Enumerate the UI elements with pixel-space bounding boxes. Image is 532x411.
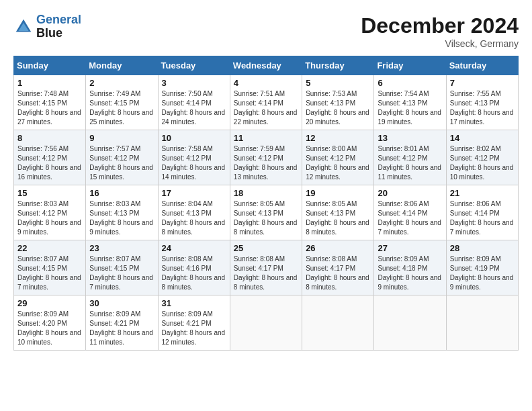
week-row-4: 22Sunrise: 8:07 AMSunset: 4:15 PMDayligh… <box>14 240 519 295</box>
day-info: Sunrise: 8:01 AMSunset: 4:12 PMDaylight:… <box>378 144 442 182</box>
day-info: Sunrise: 8:04 AMSunset: 4:13 PMDaylight:… <box>162 199 226 237</box>
weekday-header-saturday: Saturday <box>446 56 518 75</box>
day-number: 21 <box>450 188 515 198</box>
calendar-cell: 18Sunrise: 8:05 AMSunset: 4:13 PMDayligh… <box>230 185 302 240</box>
weekday-header-wednesday: Wednesday <box>230 56 302 75</box>
calendar-cell: 15Sunrise: 8:03 AMSunset: 4:12 PMDayligh… <box>14 185 86 240</box>
calendar-cell <box>446 295 518 351</box>
calendar-cell: 4Sunrise: 7:51 AMSunset: 4:14 PMDaylight… <box>230 75 302 130</box>
calendar-cell: 9Sunrise: 7:57 AMSunset: 4:12 PMDaylight… <box>86 130 158 185</box>
calendar-cell <box>230 295 302 351</box>
week-row-1: 1Sunrise: 7:48 AMSunset: 4:15 PMDaylight… <box>14 75 519 130</box>
logo-icon <box>13 17 34 37</box>
day-info: Sunrise: 8:09 AMSunset: 4:21 PMDaylight:… <box>162 310 226 347</box>
day-number: 25 <box>234 243 298 253</box>
weekday-header-sunday: Sunday <box>14 56 86 75</box>
week-row-5: 29Sunrise: 8:09 AMSunset: 4:20 PMDayligh… <box>14 295 519 351</box>
calendar-cell: 11Sunrise: 7:59 AMSunset: 4:12 PMDayligh… <box>230 130 302 185</box>
day-number: 6 <box>378 78 442 88</box>
weekday-header-row: SundayMondayTuesdayWednesdayThursdayFrid… <box>14 56 519 75</box>
day-info: Sunrise: 8:08 AMSunset: 4:17 PMDaylight:… <box>306 255 370 292</box>
day-number: 4 <box>234 78 298 88</box>
day-number: 1 <box>17 78 82 88</box>
calendar-cell: 3Sunrise: 7:50 AMSunset: 4:14 PMDaylight… <box>158 75 230 130</box>
calendar-cell: 19Sunrise: 8:05 AMSunset: 4:13 PMDayligh… <box>302 185 374 240</box>
day-info: Sunrise: 7:57 AMSunset: 4:12 PMDaylight:… <box>89 144 154 182</box>
calendar-cell: 13Sunrise: 8:01 AMSunset: 4:12 PMDayligh… <box>374 130 446 185</box>
calendar-cell: 31Sunrise: 8:09 AMSunset: 4:21 PMDayligh… <box>158 295 230 351</box>
logo-text: General Blue <box>36 13 81 40</box>
day-info: Sunrise: 7:54 AMSunset: 4:13 PMDaylight:… <box>378 89 442 127</box>
weekday-header-friday: Friday <box>374 56 446 75</box>
day-number: 30 <box>89 298 154 308</box>
calendar-cell: 21Sunrise: 8:06 AMSunset: 4:14 PMDayligh… <box>446 185 518 240</box>
calendar-cell: 16Sunrise: 8:03 AMSunset: 4:13 PMDayligh… <box>86 185 158 240</box>
day-info: Sunrise: 7:51 AMSunset: 4:14 PMDaylight:… <box>234 89 298 127</box>
logo: General Blue <box>13 13 81 40</box>
calendar-cell: 14Sunrise: 8:02 AMSunset: 4:12 PMDayligh… <box>446 130 518 185</box>
day-number: 15 <box>17 188 82 198</box>
day-number: 18 <box>234 188 298 198</box>
day-number: 11 <box>234 133 298 143</box>
day-number: 16 <box>89 188 154 198</box>
day-info: Sunrise: 8:09 AMSunset: 4:18 PMDaylight:… <box>378 255 442 292</box>
day-info: Sunrise: 8:07 AMSunset: 4:15 PMDaylight:… <box>17 255 82 292</box>
calendar-cell <box>374 295 446 351</box>
calendar-cell: 23Sunrise: 8:07 AMSunset: 4:15 PMDayligh… <box>86 240 158 295</box>
calendar-cell: 2Sunrise: 7:49 AMSunset: 4:15 PMDaylight… <box>86 75 158 130</box>
day-info: Sunrise: 7:48 AMSunset: 4:15 PMDaylight:… <box>17 89 82 127</box>
day-info: Sunrise: 8:09 AMSunset: 4:19 PMDaylight:… <box>450 255 515 292</box>
calendar-table: SundayMondayTuesdayWednesdayThursdayFrid… <box>13 56 519 351</box>
calendar-cell: 17Sunrise: 8:04 AMSunset: 4:13 PMDayligh… <box>158 185 230 240</box>
month-title: December 2024 <box>361 13 519 38</box>
calendar-cell: 25Sunrise: 8:08 AMSunset: 4:17 PMDayligh… <box>230 240 302 295</box>
day-number: 7 <box>450 78 515 88</box>
day-number: 8 <box>17 133 82 143</box>
calendar-cell: 26Sunrise: 8:08 AMSunset: 4:17 PMDayligh… <box>302 240 374 295</box>
week-row-2: 8Sunrise: 7:56 AMSunset: 4:12 PMDaylight… <box>14 130 519 185</box>
day-info: Sunrise: 7:58 AMSunset: 4:12 PMDaylight:… <box>162 144 226 182</box>
day-info: Sunrise: 8:09 AMSunset: 4:21 PMDaylight:… <box>89 310 154 347</box>
day-info: Sunrise: 8:03 AMSunset: 4:12 PMDaylight:… <box>17 199 82 237</box>
week-row-3: 15Sunrise: 8:03 AMSunset: 4:12 PMDayligh… <box>14 185 519 240</box>
weekday-header-tuesday: Tuesday <box>158 56 230 75</box>
calendar-cell: 20Sunrise: 8:06 AMSunset: 4:14 PMDayligh… <box>374 185 446 240</box>
day-info: Sunrise: 8:09 AMSunset: 4:20 PMDaylight:… <box>17 310 82 347</box>
day-info: Sunrise: 8:06 AMSunset: 4:14 PMDaylight:… <box>378 199 442 237</box>
calendar-cell: 24Sunrise: 8:08 AMSunset: 4:16 PMDayligh… <box>158 240 230 295</box>
page-header: General Blue December 2024 Vilseck, Germ… <box>13 13 519 49</box>
day-number: 31 <box>162 298 226 308</box>
day-number: 3 <box>162 78 226 88</box>
day-info: Sunrise: 7:56 AMSunset: 4:12 PMDaylight:… <box>17 144 82 182</box>
calendar-cell: 29Sunrise: 8:09 AMSunset: 4:20 PMDayligh… <box>14 295 86 351</box>
day-info: Sunrise: 8:05 AMSunset: 4:13 PMDaylight:… <box>234 199 298 237</box>
day-number: 24 <box>162 243 226 253</box>
day-number: 14 <box>450 133 515 143</box>
day-info: Sunrise: 7:59 AMSunset: 4:12 PMDaylight:… <box>234 144 298 182</box>
day-number: 9 <box>89 133 154 143</box>
day-info: Sunrise: 7:50 AMSunset: 4:14 PMDaylight:… <box>162 89 226 127</box>
day-info: Sunrise: 8:02 AMSunset: 4:12 PMDaylight:… <box>450 144 515 182</box>
day-number: 17 <box>162 188 226 198</box>
calendar-cell: 7Sunrise: 7:55 AMSunset: 4:13 PMDaylight… <box>446 75 518 130</box>
day-number: 10 <box>162 133 226 143</box>
calendar-cell: 30Sunrise: 8:09 AMSunset: 4:21 PMDayligh… <box>86 295 158 351</box>
day-info: Sunrise: 8:03 AMSunset: 4:13 PMDaylight:… <box>89 199 154 237</box>
day-info: Sunrise: 7:49 AMSunset: 4:15 PMDaylight:… <box>89 89 154 127</box>
day-number: 5 <box>306 78 370 88</box>
calendar-cell: 28Sunrise: 8:09 AMSunset: 4:19 PMDayligh… <box>446 240 518 295</box>
calendar-cell: 1Sunrise: 7:48 AMSunset: 4:15 PMDaylight… <box>14 75 86 130</box>
day-number: 12 <box>306 133 370 143</box>
day-number: 13 <box>378 133 442 143</box>
title-block: December 2024 Vilseck, Germany <box>361 13 519 49</box>
day-info: Sunrise: 8:08 AMSunset: 4:16 PMDaylight:… <box>162 255 226 292</box>
day-info: Sunrise: 7:55 AMSunset: 4:13 PMDaylight:… <box>450 89 515 127</box>
weekday-header-monday: Monday <box>86 56 158 75</box>
day-number: 27 <box>378 243 442 253</box>
calendar-cell: 8Sunrise: 7:56 AMSunset: 4:12 PMDaylight… <box>14 130 86 185</box>
weekday-header-thursday: Thursday <box>302 56 374 75</box>
day-number: 19 <box>306 188 370 198</box>
day-info: Sunrise: 8:06 AMSunset: 4:14 PMDaylight:… <box>450 199 515 237</box>
calendar-cell: 12Sunrise: 8:00 AMSunset: 4:12 PMDayligh… <box>302 130 374 185</box>
day-number: 22 <box>17 243 82 253</box>
